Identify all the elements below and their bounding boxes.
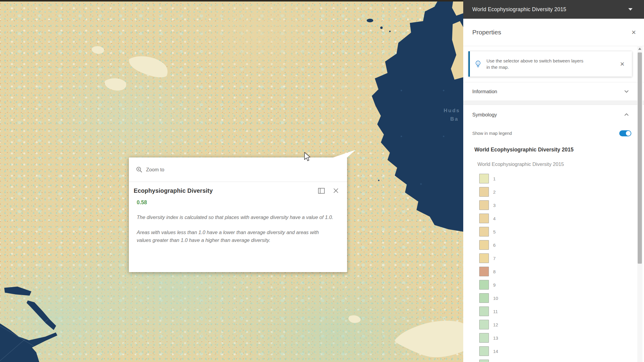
close-panel-button[interactable]: ✕ bbox=[631, 30, 636, 35]
hint-text: Use the selector above to switch between… bbox=[486, 58, 586, 70]
popup-description-2: Areas with values less than 1.0 have a l… bbox=[137, 228, 334, 244]
show-legend-row: Show in map legend bbox=[463, 128, 644, 139]
section-label: Symbology bbox=[472, 112, 624, 118]
legend-layer-title: World Ecophysiographic Diversity 2015 bbox=[477, 161, 564, 167]
scroll-up-arrow-icon[interactable] bbox=[638, 48, 641, 50]
legend-label: 9 bbox=[493, 282, 496, 287]
legend-item: 1 bbox=[463, 172, 644, 185]
legend-label: 11 bbox=[493, 309, 498, 314]
legend-label: 13 bbox=[493, 335, 498, 341]
legend-swatch bbox=[479, 360, 489, 362]
map-canvas[interactable]: Huds Ba Zoom to Ecophysiographic Diversi… bbox=[0, 0, 463, 362]
legend-item: 2 bbox=[463, 185, 644, 198]
legend-label: 8 bbox=[493, 269, 496, 274]
legend-swatch bbox=[479, 346, 489, 356]
legend-swatch bbox=[479, 214, 489, 223]
section-label: Information bbox=[472, 89, 624, 94]
legend-swatch bbox=[479, 253, 489, 263]
legend-item bbox=[463, 358, 644, 362]
legend-label: 2 bbox=[493, 189, 496, 195]
section-divider bbox=[463, 100, 644, 105]
water-body-label: Ba bbox=[450, 116, 459, 122]
panel-title: Properties bbox=[472, 29, 631, 36]
scrollbar-thumb[interactable] bbox=[638, 52, 642, 264]
zoom-in-icon bbox=[136, 167, 142, 173]
popup-description-1: The diversity index is calculated so tha… bbox=[137, 213, 334, 221]
dismiss-hint-button[interactable]: ✕ bbox=[620, 61, 625, 67]
close-icon bbox=[333, 188, 339, 193]
coastal-inlet bbox=[4, 287, 31, 296]
zoom-to-button[interactable]: Zoom to bbox=[129, 157, 347, 182]
dock-popup-button[interactable] bbox=[317, 187, 325, 195]
legend-swatch bbox=[479, 267, 489, 276]
feature-popup: Zoom to Ecophysiographic Diversity bbox=[129, 157, 347, 272]
legend-swatch bbox=[479, 200, 489, 210]
legend-swatch bbox=[479, 187, 489, 197]
toggle-knob bbox=[626, 131, 631, 136]
layer-selector-label: World Ecophysiographic Diversity 2015 bbox=[472, 6, 628, 13]
legend-label: 5 bbox=[493, 229, 496, 234]
layer-selector-dropdown[interactable]: World Ecophysiographic Diversity 2015 bbox=[463, 0, 644, 19]
map-top-border bbox=[0, 0, 463, 2]
properties-panel: World Ecophysiographic Diversity 2015 Pr… bbox=[463, 0, 644, 362]
legend-swatch bbox=[479, 174, 489, 183]
legend-swatch bbox=[479, 293, 489, 303]
legend-swatch bbox=[479, 280, 489, 290]
show-legend-toggle[interactable] bbox=[619, 130, 631, 136]
legend-label: 3 bbox=[493, 203, 496, 208]
legend-item: 13 bbox=[463, 331, 644, 345]
legend-item: 11 bbox=[463, 305, 644, 318]
water-body-label: Huds bbox=[444, 108, 460, 113]
legend-swatch bbox=[479, 306, 489, 316]
legend-group-title: World Ecophysiographic Diversity 2015 bbox=[474, 147, 573, 153]
legend-item: 3 bbox=[463, 198, 644, 212]
mouse-cursor bbox=[303, 152, 312, 162]
legend-label: 14 bbox=[493, 349, 498, 354]
legend-item: 6 bbox=[463, 238, 644, 252]
legend-item: 7 bbox=[463, 252, 644, 265]
close-popup-button[interactable] bbox=[332, 187, 340, 195]
zoom-to-label: Zoom to bbox=[146, 167, 164, 173]
legend-swatch bbox=[479, 320, 489, 329]
small-lake bbox=[380, 27, 383, 29]
small-lake bbox=[367, 19, 373, 22]
show-legend-label: Show in map legend bbox=[472, 131, 619, 136]
legend-item: 14 bbox=[463, 345, 644, 358]
legend-item: 10 bbox=[463, 291, 644, 305]
legend-item: 5 bbox=[463, 225, 644, 238]
legend-swatch bbox=[479, 240, 489, 250]
popup-title: Ecophysiographic Diversity bbox=[134, 187, 311, 194]
section-symbology[interactable]: Symbology bbox=[463, 105, 644, 124]
lightbulb-icon bbox=[474, 60, 482, 68]
small-lake bbox=[389, 31, 391, 32]
app-window: Huds Ba Zoom to Ecophysiographic Diversi… bbox=[0, 0, 644, 362]
legend-swatch bbox=[479, 333, 489, 343]
legend-label: 1 bbox=[493, 176, 496, 181]
coastal-inlet bbox=[27, 300, 56, 330]
diversity-index-value: 0.58 bbox=[137, 199, 347, 206]
legend-label: 6 bbox=[493, 243, 496, 248]
legend-item: 9 bbox=[463, 278, 644, 291]
legend-item: 4 bbox=[463, 212, 644, 225]
legend-item: 8 bbox=[463, 265, 644, 278]
chevron-up-icon bbox=[624, 113, 629, 116]
layer-hint-callout: Use the selector above to switch between… bbox=[468, 51, 632, 77]
legend-swatch bbox=[479, 227, 489, 237]
legend-list: 1234567891011121314 bbox=[463, 172, 644, 362]
callout-accent-bar bbox=[468, 51, 470, 77]
chevron-down-icon bbox=[624, 90, 629, 93]
legend-label: 7 bbox=[493, 256, 496, 261]
section-information[interactable]: Information bbox=[463, 82, 644, 101]
legend-item: 12 bbox=[463, 318, 644, 331]
hudson-bay-water bbox=[372, 0, 463, 232]
panel-scrollbar[interactable] bbox=[637, 46, 642, 362]
legend-label: 12 bbox=[493, 322, 498, 327]
legend-label: 4 bbox=[493, 216, 496, 221]
dock-icon bbox=[318, 188, 325, 194]
chevron-down-icon bbox=[628, 8, 633, 11]
panel-header: Properties ✕ bbox=[463, 19, 644, 46]
legend-label: 10 bbox=[493, 296, 498, 301]
